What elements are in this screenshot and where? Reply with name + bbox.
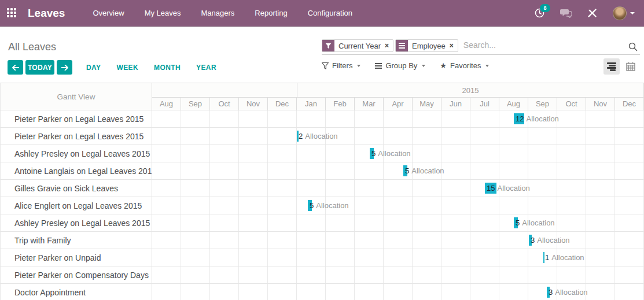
scale-day[interactable]: DAY: [86, 64, 101, 72]
gantt-row: Doctor Appointment3Allocation: [0, 284, 644, 300]
next-button[interactable]: [57, 60, 72, 75]
allocation-value: 1: [545, 253, 549, 262]
user-menu[interactable]: [613, 6, 635, 20]
gantt-row-label[interactable]: Trip with Family: [0, 232, 152, 249]
page-title: All Leaves: [8, 41, 56, 53]
filters-label: Filters: [332, 61, 352, 70]
gantt-view-button[interactable]: [603, 58, 620, 75]
nav-menu-overview[interactable]: Overview: [93, 9, 124, 17]
search-facet-employee: Employee×: [395, 39, 458, 52]
allocation-bar[interactable]: [403, 165, 407, 176]
allocation-bar[interactable]: [297, 131, 299, 142]
app-title[interactable]: Leaves: [28, 7, 65, 20]
nav-menu-configuration[interactable]: Configuration: [308, 9, 352, 17]
favorites-dropdown[interactable]: ★ Favorites: [440, 61, 489, 70]
allocation-bar[interactable]: [514, 113, 524, 124]
gantt-row-timeline: 15Allocation: [152, 180, 644, 197]
allocation-bar[interactable]: [529, 235, 532, 246]
allocation-bar[interactable]: [308, 200, 312, 211]
search-icon[interactable]: [628, 42, 638, 51]
gantt-row-label[interactable]: Doctor Appointment: [0, 284, 152, 300]
gantt-row-label[interactable]: Pieter Parker on Unpaid: [0, 249, 152, 266]
today-button[interactable]: TODAY: [25, 60, 54, 75]
activities-button[interactable]: 8: [535, 8, 544, 18]
allocation-text: Allocation: [522, 218, 554, 227]
facet-label: Employee: [408, 40, 450, 51]
month-header-prev-aug: Aug: [152, 98, 181, 110]
allocation-bar[interactable]: [514, 217, 518, 228]
gantt-row-label[interactable]: Antoine Langlais on Legal Leaves 2015: [0, 162, 152, 179]
allocation-text: Allocation: [537, 236, 569, 245]
month-header-2015-jul: Jul: [470, 98, 499, 110]
tools-icon: [587, 8, 597, 18]
gantt-year-row: 2015: [152, 83, 644, 98]
nav-menu-managers[interactable]: Managers: [201, 9, 235, 17]
avatar: [613, 6, 627, 20]
allocation-bar[interactable]: [547, 287, 550, 298]
allocation-bar-label: 5Allocation: [371, 148, 411, 159]
gantt-row-label[interactable]: Ashley Presley on Legal Leaves 2015: [0, 145, 152, 162]
month-header-prev-nov: Nov: [239, 98, 268, 110]
filters-dropdown[interactable]: Filters: [322, 61, 360, 70]
gantt-row-label[interactable]: Pieter Parker on Legal Leaves 2015: [0, 110, 152, 127]
gantt-row-timeline: 3Allocation: [152, 284, 644, 300]
search-bar[interactable]: Current Year×Employee×: [322, 39, 640, 55]
tools-button[interactable]: [587, 8, 597, 18]
allocation-bar[interactable]: [543, 252, 544, 263]
facet-remove-icon[interactable]: ×: [450, 40, 458, 51]
star-icon: ★: [440, 61, 447, 70]
gantt-row-timeline: 5Allocation: [152, 197, 644, 214]
scale-month[interactable]: MONTH: [154, 64, 181, 72]
chevron-down-icon: [485, 65, 489, 67]
facet-remove-icon[interactable]: ×: [385, 40, 393, 51]
nav-menu-reporting[interactable]: Reporting: [255, 9, 287, 17]
allocation-text: Allocation: [497, 184, 529, 192]
month-header-2015-oct: Oct: [557, 98, 586, 110]
allocation-bar-label: 1Allocation: [545, 252, 584, 263]
calendar-view-button[interactable]: [623, 58, 639, 75]
month-header-2015-dec: Dec: [615, 98, 644, 110]
chevron-down-icon: [630, 12, 635, 14]
gantt-row-label[interactable]: Ashley Presley on Legal Leaves 2015: [0, 214, 152, 231]
group-by-dropdown[interactable]: Group By: [375, 61, 425, 70]
gantt-row: Alice Englert on Legal Leaves 20155Alloc…: [0, 197, 644, 214]
chevron-down-icon: [422, 65, 425, 67]
search-input[interactable]: [460, 39, 628, 51]
month-header-2015-sep: Sep: [528, 98, 557, 110]
nav-menu-my-leaves[interactable]: My Leaves: [145, 9, 181, 17]
gantt-view-icon: [607, 62, 616, 71]
month-header-2015-aug: Aug: [499, 98, 528, 110]
gantt-row-label[interactable]: Alice Englert on Legal Leaves 2015: [0, 197, 152, 214]
month-header-2015-jun: Jun: [441, 98, 470, 110]
scale-year[interactable]: YEAR: [196, 64, 216, 72]
group-by-icon: [375, 63, 382, 69]
year-header-blank: [152, 83, 297, 98]
top-navbar: Leaves OverviewMy LeavesManagersReportin…: [0, 0, 644, 27]
gantt-view: Gantt View 2015 AugSepOctNovDecJanFebMar…: [0, 83, 644, 300]
gantt-row-label[interactable]: Pieter Parker on Legal Leaves 2015: [0, 128, 152, 145]
navbar-right: 8: [535, 6, 635, 20]
scale-week[interactable]: WEEK: [116, 64, 138, 72]
gantt-row-timeline: 5Allocation: [152, 145, 644, 162]
allocation-bar[interactable]: [485, 183, 496, 194]
gantt-row-timeline: 12Allocation: [152, 110, 644, 127]
allocation-text: Allocation: [555, 288, 587, 297]
gantt-row-label[interactable]: Pieter Parker on Compensatory Days: [0, 266, 152, 283]
calendar-icon: [626, 62, 635, 71]
apps-menu-icon[interactable]: [7, 8, 19, 18]
gantt-rows: Pieter Parker on Legal Leaves 201512Allo…: [0, 110, 644, 300]
activity-count-badge: 8: [540, 4, 550, 12]
gantt-month-row: AugSepOctNovDecJanFebMarAprMayJunJulAugS…: [152, 98, 644, 110]
month-header-2015-jan: Jan: [297, 98, 326, 110]
allocation-bar[interactable]: [370, 148, 374, 159]
gantt-row: Gilles Gravie on Sick Leaves15Allocation: [0, 180, 644, 197]
allocation-text: Allocation: [316, 201, 348, 210]
view-switcher: [603, 58, 639, 75]
prev-button[interactable]: [8, 60, 23, 75]
gantt-row-timeline: 2Allocation: [152, 128, 644, 145]
gantt-row-label[interactable]: Gilles Gravie on Sick Leaves: [0, 180, 152, 197]
allocation-bar-label: 5Allocation: [310, 200, 349, 211]
facet-label: Current Year: [334, 40, 385, 51]
gantt-pager: TODAY DAYWEEKMONTHYEAR: [8, 60, 216, 75]
messages-button[interactable]: [560, 9, 572, 18]
